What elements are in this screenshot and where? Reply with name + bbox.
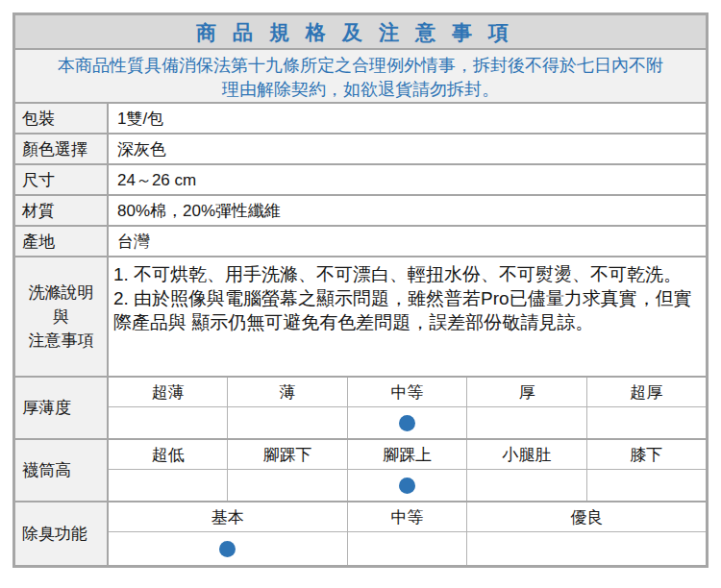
rating-option: 超薄: [109, 378, 228, 406]
spec-value: 24～26 cm: [109, 165, 706, 194]
rating-cell: [348, 532, 468, 565]
rating-option: 中等: [348, 502, 468, 531]
spec-row-color: 顏色選擇 深灰色: [15, 135, 706, 165]
rating-option: 小腿肚: [467, 440, 586, 469]
selected-dot-icon: [219, 541, 236, 557]
rating-cell: [348, 470, 467, 501]
rating-option: 腳踝下: [228, 440, 347, 469]
rating-option: 中等: [348, 378, 467, 406]
care-item-2: 2. 由於照像與電腦螢幕之顯示問題，雖然普若Pro已儘量力求真實，但實際產品與 …: [113, 286, 698, 334]
care-item-1: 1. 不可烘乾、用手洗滌、不可漂白、輕扭水份、不可熨燙、不可乾洗。: [113, 262, 698, 286]
rating-option: 優良: [467, 502, 706, 531]
rating-scale: 超薄 薄 中等 厚 超厚: [109, 378, 706, 438]
care-label-line: 洗滌說明: [29, 281, 94, 305]
rating-option: 超低: [109, 440, 228, 469]
care-label-line: 注意事項: [29, 329, 94, 353]
care-label: 洗滌說明 與 注意事項: [15, 257, 109, 376]
spec-row-size: 尺寸 24～26 cm: [15, 165, 706, 196]
rating-marker-row: [109, 532, 706, 565]
notice-line-1: 本商品性質具備消保法第十九條所定之合理例外情事，拆封後不得於七日內不附: [15, 54, 706, 78]
rating-scale: 超低 腳踝下 腳踝上 小腿肚 膝下: [109, 440, 706, 501]
rating-option: 腳踝上: [348, 440, 467, 469]
spec-value: 深灰色: [109, 135, 706, 163]
product-spec-table: 商品規格及注意事項 本商品性質具備消保法第十九條所定之合理例外情事，拆封後不得於…: [12, 12, 709, 568]
rating-label: 除臭功能: [15, 502, 109, 565]
spec-row-material: 材質 80%棉，20%彈性纖維: [15, 196, 706, 227]
rating-marker-row: [109, 470, 706, 501]
care-label-line: 與: [53, 305, 69, 329]
rating-option: 基本: [109, 502, 348, 531]
rating-option: 厚: [467, 378, 586, 406]
rating-option: 薄: [228, 378, 347, 406]
rating-option: 膝下: [587, 440, 706, 469]
rating-cell: [228, 407, 347, 438]
rating-row-thickness: 厚薄度 超薄 薄 中等 厚 超厚: [15, 378, 706, 440]
spec-label: 包裝: [15, 104, 109, 133]
rating-cell: [109, 532, 348, 565]
rating-cell: [587, 470, 706, 501]
spec-row-origin: 產地 台灣: [15, 227, 706, 257]
rating-scale: 基本 中等 優良: [109, 502, 706, 565]
rating-options: 超薄 薄 中等 厚 超厚: [109, 378, 706, 407]
spec-value: 1雙/包: [109, 104, 706, 133]
spec-value: 80%棉，20%彈性纖維: [109, 196, 706, 225]
rating-option: 超厚: [587, 378, 706, 406]
spec-label: 尺寸: [15, 165, 109, 194]
rating-cell: [348, 407, 467, 438]
consumer-protection-notice: 本商品性質具備消保法第十九條所定之合理例外情事，拆封後不得於七日內不附 理由解除…: [15, 50, 706, 104]
rating-cell: [109, 407, 228, 438]
rating-row-deodorizing: 除臭功能 基本 中等 優良: [15, 502, 706, 565]
spec-label: 顏色選擇: [15, 135, 109, 163]
care-content: 1. 不可烘乾、用手洗滌、不可漂白、輕扭水份、不可熨燙、不可乾洗。 2. 由於照…: [109, 257, 706, 376]
spec-value: 台灣: [109, 227, 706, 256]
care-instructions-row: 洗滌說明 與 注意事項 1. 不可烘乾、用手洗滌、不可漂白、輕扭水份、不可熨燙、…: [15, 257, 706, 378]
rating-cell: [467, 407, 586, 438]
page-title: 商品規格及注意事項: [196, 21, 525, 43]
rating-cell: [109, 470, 228, 501]
rating-cell: [467, 532, 706, 565]
rating-cell: [467, 470, 586, 501]
rating-options: 基本 中等 優良: [109, 502, 706, 532]
spec-table-header: 商品規格及注意事項: [15, 15, 706, 50]
selected-dot-icon: [399, 478, 415, 494]
spec-row-packaging: 包裝 1雙/包: [15, 104, 706, 135]
rating-options: 超低 腳踝下 腳踝上 小腿肚 膝下: [109, 440, 706, 470]
notice-line-2: 理由解除契約，如欲退貨請勿拆封。: [15, 78, 706, 102]
rating-label: 厚薄度: [15, 378, 109, 438]
selected-dot-icon: [399, 415, 415, 431]
rating-row-sock-height: 襪筒高 超低 腳踝下 腳踝上 小腿肚 膝下: [15, 440, 706, 502]
spec-label: 產地: [15, 227, 109, 256]
rating-cell: [587, 407, 706, 438]
spec-label: 材質: [15, 196, 109, 225]
rating-label: 襪筒高: [15, 440, 109, 501]
rating-cell: [228, 470, 347, 501]
rating-marker-row: [109, 407, 706, 438]
